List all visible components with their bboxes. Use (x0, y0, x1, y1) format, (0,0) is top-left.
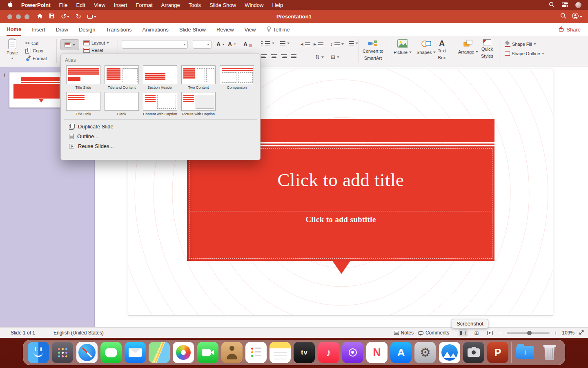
reminders-icon[interactable] (245, 342, 267, 363)
maps-icon[interactable] (149, 342, 170, 363)
cut-button[interactable]: ✂ Cut (25, 40, 47, 46)
duplicate-slide-item[interactable]: Duplicate Slide (64, 121, 257, 131)
tab-animations[interactable]: Animations (143, 23, 169, 36)
text-direction-button[interactable] (349, 41, 358, 45)
facetime-icon[interactable] (197, 342, 218, 363)
zoom-in-button[interactable]: + (554, 330, 557, 336)
menu-view[interactable]: View (94, 2, 105, 8)
increase-indent-button[interactable]: ▸ (314, 41, 323, 47)
tab-draw[interactable]: Draw (56, 23, 68, 36)
control-center-icon[interactable] (562, 2, 568, 8)
layout-option-title-slide[interactable]: Title Slide (64, 65, 102, 90)
menubar-search-icon[interactable] (549, 2, 555, 9)
tab-insert[interactable]: Insert (32, 23, 45, 36)
menu-file[interactable]: File (59, 2, 68, 8)
siri-icon[interactable] (575, 2, 581, 8)
columns-button[interactable]: ⊞ (331, 54, 339, 60)
shape-outline-button[interactable]: Shape Outline (505, 51, 544, 56)
fit-slide-button[interactable] (579, 330, 584, 336)
align-right-button[interactable] (281, 54, 287, 58)
reset-button[interactable]: Reset (83, 48, 109, 53)
vertical-align-button[interactable]: ⇅ (315, 54, 324, 60)
account-button[interactable] (572, 13, 582, 21)
screenshot-app-icon[interactable] (463, 342, 484, 363)
search-icon[interactable] (560, 13, 566, 20)
outline-item[interactable]: Outline... (64, 131, 257, 141)
arrange-button[interactable]: Arrange (458, 39, 478, 54)
layout-option-content-with-caption[interactable]: Content with Caption (141, 92, 179, 116)
shapes-button[interactable]: Shapes (416, 39, 436, 55)
reuse-slides-item[interactable]: Reuse Slides... (64, 141, 257, 151)
layout-option-two-content[interactable]: Two Content (179, 65, 218, 90)
align-left-button[interactable] (261, 54, 267, 58)
tab-slide-show[interactable]: Slide Show (179, 23, 206, 36)
menubar-app-name[interactable]: PowerPoint (21, 2, 51, 8)
layout-option-comparison[interactable]: Comparison (218, 65, 256, 90)
title-block[interactable]: Click to add title Click to add subtitle (187, 146, 494, 261)
contacts-icon[interactable] (221, 342, 243, 363)
text-box-button[interactable]: A Text Box (438, 39, 446, 61)
zoom-slider-thumb[interactable] (527, 331, 532, 335)
system-settings-icon[interactable]: ⚙ (414, 342, 436, 363)
finder-icon[interactable] (28, 342, 49, 363)
save-icon[interactable] (49, 13, 55, 20)
notes-button[interactable]: Notes (394, 330, 414, 336)
safari-icon[interactable] (76, 342, 98, 363)
tab-design[interactable]: Design (79, 23, 95, 36)
close-window-button[interactable] (7, 14, 12, 19)
menu-arrange[interactable]: Arrange (161, 2, 180, 8)
menu-help[interactable]: Help (272, 2, 283, 8)
convert-to-smartart-button[interactable]: Convert to SmartArt (363, 40, 383, 61)
format-painter-button[interactable]: Format (25, 56, 47, 61)
shape-fill-button[interactable]: Shape Fill (505, 41, 544, 47)
zoom-slider[interactable] (507, 332, 550, 334)
align-center-button[interactable] (271, 54, 277, 58)
redo-icon[interactable]: ↻ (76, 13, 81, 20)
shrink-font-button[interactable]: A ▼ (228, 41, 236, 47)
layout-option-picture-with-caption[interactable]: Picture with Caption (179, 92, 218, 116)
layout-option-section-header[interactable]: Section Header (141, 65, 179, 90)
messages-icon[interactable] (100, 342, 122, 363)
zoom-window-button[interactable] (24, 14, 29, 19)
apple-tv-icon[interactable]: tv (294, 342, 315, 363)
app-store-icon[interactable]: A (390, 342, 412, 363)
notes-app-icon[interactable] (270, 342, 291, 363)
justify-button[interactable] (291, 54, 296, 58)
menu-edit[interactable]: Edit (76, 2, 85, 8)
tell-me-button[interactable]: Tell me (267, 26, 290, 33)
new-slide-button[interactable] (60, 39, 79, 50)
music-icon[interactable]: ♪ (318, 342, 339, 363)
menu-window[interactable]: Window (245, 2, 263, 8)
grow-font-button[interactable]: A ▲ (216, 41, 225, 47)
font-size-combobox[interactable] (193, 40, 212, 49)
menu-insert[interactable]: Insert (114, 2, 127, 8)
picture-button[interactable]: Picture (394, 39, 412, 55)
apple-logo-icon[interactable] (7, 1, 13, 9)
zoom-out-button[interactable]: − (499, 330, 502, 336)
tab-view[interactable]: View (245, 23, 256, 36)
podcasts-icon[interactable] (342, 342, 363, 363)
normal-view-button[interactable] (459, 329, 468, 337)
subtitle-placeholder[interactable]: Click to add subtitle (189, 211, 492, 258)
drive-icon[interactable] (439, 342, 460, 363)
font-name-combobox[interactable] (122, 40, 188, 49)
launchpad-icon[interactable] (52, 342, 73, 363)
tab-home[interactable]: Home (7, 23, 21, 36)
comments-button[interactable]: Comments (418, 330, 449, 336)
bullets-button[interactable] (261, 41, 274, 45)
share-button[interactable]: Share (559, 26, 581, 33)
layout-option-title-only[interactable]: Title Only (64, 92, 102, 116)
layout-option-blank[interactable]: Blank (102, 92, 141, 116)
paste-button[interactable]: Paste (7, 39, 18, 61)
photos-icon[interactable] (173, 342, 194, 363)
slide-1-thumbnail[interactable] (9, 72, 62, 108)
downloads-icon[interactable]: ↓ (514, 342, 536, 363)
menu-format[interactable]: Format (136, 2, 152, 8)
menu-slide-show[interactable]: Slide Show (209, 2, 236, 8)
slideshow-view-button[interactable]: ▶ (486, 329, 494, 337)
tab-transitions[interactable]: Transitions (106, 23, 131, 36)
layout-option-title-and-content[interactable]: Title and Content (102, 65, 141, 90)
trash-icon[interactable] (539, 342, 560, 363)
copy-button[interactable]: Copy (25, 48, 47, 54)
home-icon[interactable] (37, 13, 43, 20)
